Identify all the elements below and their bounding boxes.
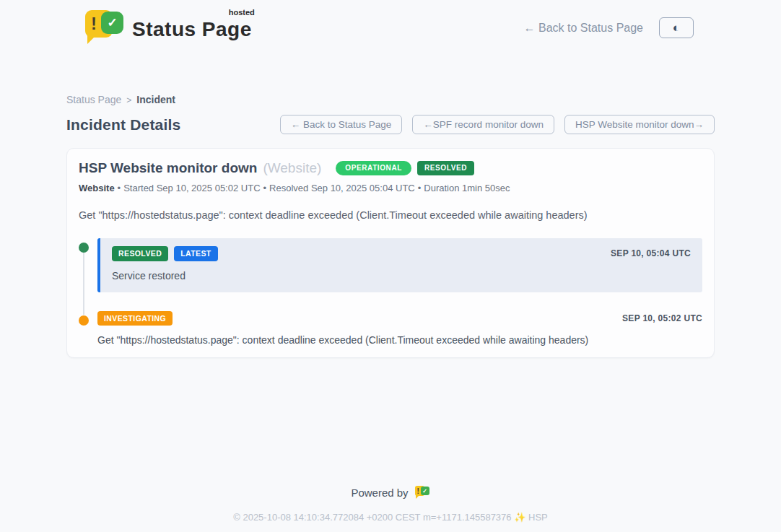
footer: Powered by ✓ ! © 2025-10-08 14:10:34.772…: [0, 486, 781, 523]
timeline-entry-investigating: INVESTIGATING SEP 10, 05:02 UTC Get "htt…: [79, 311, 702, 346]
timeline-entry-badges: INVESTIGATING: [97, 311, 173, 326]
half-circle-contrast-icon: ◐: [673, 22, 680, 34]
timeline-dot-green: [79, 243, 89, 253]
meta-resolved: Resolved Sep 10, 2025 05:04 UTC: [269, 183, 415, 193]
logo-exclamation-icon: !: [85, 10, 102, 38]
resolved-badge: RESOLVED: [417, 161, 474, 175]
powered-by-label: Powered by: [351, 487, 408, 499]
powered-by-row: Powered by ✓ !: [0, 486, 781, 500]
main-content: Status Page>Incident Incident Details ← …: [66, 94, 715, 358]
timeline-entry-content: RESOLVED LATEST SEP 10, 05:04 UTC Servic…: [97, 238, 702, 292]
logo[interactable]: ✓ ! Status Page hosted: [85, 10, 252, 42]
incident-meta: Website•Started Sep 10, 2025 05:02 UTC•R…: [79, 183, 702, 193]
logo-text-wrap: Status Page hosted: [132, 11, 252, 41]
meta-duration: Duration 1min 50sec: [424, 183, 510, 193]
breadcrumb-incident: Incident: [136, 94, 175, 105]
meta-started: Started Sep 10, 2025 05:02 UTC: [123, 183, 260, 193]
meta-separator: •: [118, 183, 121, 193]
incident-card: HSP Website monitor down (Website) OPERA…: [66, 148, 715, 358]
timeline-entry-header: RESOLVED LATEST SEP 10, 05:04 UTC: [112, 246, 691, 261]
timeline-entry-badges: RESOLVED LATEST: [112, 246, 218, 261]
header: ✓ ! Status Page hosted ← Back to Status …: [0, 0, 781, 46]
incident-timeline: RESOLVED LATEST SEP 10, 05:04 UTC Servic…: [79, 238, 702, 346]
resolved-status-badge: RESOLVED: [112, 246, 168, 261]
breadcrumb: Status Page>Incident: [66, 94, 715, 105]
timeline-entry-timestamp: SEP 10, 05:04 UTC: [611, 248, 691, 258]
incident-description: Get "https://hostedstatus.page": context…: [79, 209, 702, 221]
meta-separator: •: [263, 183, 267, 193]
meta-component: Website: [79, 183, 115, 193]
title-row: Incident Details ← Back to Status Page ←…: [66, 115, 715, 134]
mini-logo-check-icon: ✓: [421, 487, 429, 495]
timeline-dot-orange: [79, 315, 89, 326]
header-actions: ← Back to Status Page ◐: [524, 17, 694, 38]
logo-check-icon: ✓: [101, 12, 123, 34]
theme-toggle-button[interactable]: ◐: [659, 17, 694, 38]
timeline-entry-content: INVESTIGATING SEP 10, 05:02 UTC Get "htt…: [97, 311, 702, 346]
timeline-entry-resolved: RESOLVED LATEST SEP 10, 05:04 UTC Servic…: [79, 238, 702, 292]
incident-nav-buttons: ← Back to Status Page ←SPF record monito…: [280, 115, 715, 134]
previous-incident-button[interactable]: ←SPF record monitor down: [412, 115, 554, 134]
logo-text: Status Page: [132, 18, 252, 40]
timeline-entry-header: INVESTIGATING SEP 10, 05:02 UTC: [97, 311, 702, 326]
incident-component: (Website): [263, 160, 321, 176]
hsp-mini-logo-icon[interactable]: ✓ !: [415, 486, 430, 500]
latest-status-badge: LATEST: [174, 246, 217, 261]
header-back-to-status-page-link[interactable]: ← Back to Status Page: [524, 22, 643, 35]
incident-title: HSP Website monitor down: [79, 160, 257, 176]
breadcrumb-separator: >: [126, 95, 131, 105]
next-incident-button[interactable]: HSP Website monitor down→: [564, 115, 715, 134]
timeline-entry-message: Get "https://hostedstatus.page": context…: [97, 334, 702, 346]
breadcrumb-status-page[interactable]: Status Page: [66, 94, 121, 105]
incident-title-row: HSP Website monitor down (Website) OPERA…: [79, 160, 702, 176]
copyright-text: © 2025-10-08 14:10:34.772084 +0200 CEST …: [0, 512, 781, 523]
timeline-entry-message: Service restored: [112, 270, 691, 282]
page-title: Incident Details: [66, 116, 180, 134]
mini-logo-exclamation-icon: !: [415, 486, 422, 496]
back-to-status-page-button[interactable]: ← Back to Status Page: [280, 115, 403, 134]
meta-separator: •: [418, 183, 422, 193]
operational-badge: OPERATIONAL: [336, 161, 411, 175]
investigating-status-badge: INVESTIGATING: [97, 311, 173, 326]
logo-hosted-superscript: hosted: [229, 8, 255, 17]
timeline-entry-timestamp: SEP 10, 05:02 UTC: [622, 313, 702, 323]
status-page-logo-icon: ✓ !: [85, 10, 126, 42]
